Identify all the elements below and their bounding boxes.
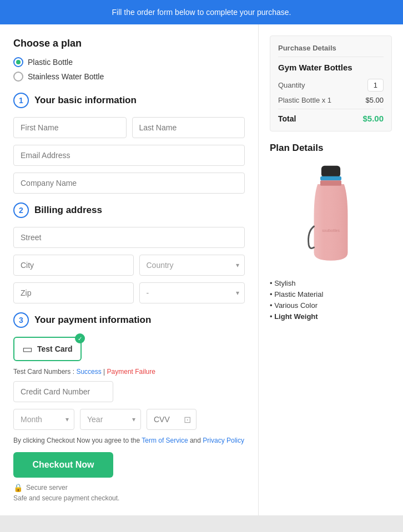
svg-rect-1 — [320, 176, 341, 181]
purchase-details-box: Purchase Details Gym Water Bottles Quant… — [270, 36, 392, 131]
success-link[interactable]: Success — [76, 368, 101, 376]
year-wrapper: Year 2024202520262027 — [80, 409, 141, 430]
check-badge: ✓ — [75, 333, 85, 343]
radio-stainless — [13, 72, 23, 82]
company-input[interactable] — [13, 173, 245, 194]
zip-input[interactable] — [13, 282, 134, 303]
bottle-illustration: soulbottles — [270, 160, 392, 271]
svg-rect-0 — [321, 166, 340, 178]
step1-title: Your basic information — [34, 95, 137, 106]
features-list: Stylish Plastic Material Various Color L… — [270, 279, 392, 321]
plan-option-plastic[interactable]: Plastic Bottle — [13, 57, 245, 67]
plan-option-stainless[interactable]: Stainless Water Bottle — [13, 72, 245, 82]
email-input[interactable] — [13, 145, 245, 166]
step3-header: 3 Your payment information — [13, 312, 245, 328]
svg-text:soulbottles: soulbottles — [322, 229, 340, 232]
state-wrapper: - — [139, 282, 245, 303]
checkout-button[interactable]: Checkout Now — [13, 452, 113, 478]
company-row — [13, 173, 245, 194]
test-card-option[interactable]: ▭ Test Card ✓ — [13, 337, 82, 361]
email-row — [13, 145, 245, 166]
item-label: Plastic Bottle x 1 — [278, 96, 331, 104]
cc-number-input[interactable] — [13, 381, 113, 402]
plan-options: Plastic Bottle Stainless Water Bottle — [13, 57, 245, 82]
last-name-input[interactable] — [132, 117, 245, 138]
step3-title: Your payment information — [34, 315, 151, 326]
terms-link[interactable]: Term of Service — [142, 437, 188, 444]
month-select[interactable]: Month 01020304 05060708 09101112 — [13, 409, 74, 430]
cvv-card-icon: ⊡ — [184, 414, 191, 425]
total-label: Total — [278, 114, 296, 123]
country-select[interactable]: Country — [139, 255, 245, 276]
banner-text: Fill the order form below to complete yo… — [112, 8, 291, 17]
credit-card-icon: ▭ — [22, 342, 33, 356]
step1-header: 1 Your basic information — [13, 93, 245, 108]
city-input[interactable] — [13, 255, 134, 276]
purchase-details-title: Purchase Details — [278, 44, 384, 57]
feature-material: Plastic Material — [270, 290, 392, 298]
item-price-row: Plastic Bottle x 1 $5.00 — [278, 96, 384, 104]
privacy-link[interactable]: Privacy Policy — [203, 437, 244, 444]
country-wrapper: Country — [139, 255, 245, 276]
plan-details-title: Plan Details — [270, 143, 392, 154]
quantity-value: 1 — [367, 79, 384, 92]
year-select[interactable]: Year 2024202520262027 — [80, 409, 141, 430]
total-row: Total $5.00 — [278, 109, 384, 123]
feature-weight: Light Weight — [270, 312, 392, 321]
plan-stainless-label: Stainless Water Bottle — [28, 72, 104, 81]
step2-header: 2 Billing address — [13, 202, 245, 218]
feature-color: Various Color — [270, 301, 392, 310]
radio-plastic — [13, 57, 23, 67]
secure-label: Secure server — [26, 484, 68, 492]
zip-state-row: - — [13, 282, 245, 303]
quantity-row: Quantity 1 — [278, 79, 384, 92]
street-input[interactable] — [13, 227, 245, 248]
plan-plastic-label: Plastic Bottle — [28, 58, 73, 67]
failure-link[interactable]: Payment Failure — [107, 368, 155, 376]
cc-row — [13, 381, 245, 402]
quantity-label: Quantity — [278, 81, 305, 89]
card-label: Test Card — [37, 344, 73, 353]
left-panel: Choose a plan Plastic Bottle Stainless W… — [0, 24, 259, 515]
step2-circle: 2 — [13, 202, 29, 218]
right-panel: Purchase Details Gym Water Bottles Quant… — [259, 24, 403, 515]
terms-text: By clicking Checkout Now you agree to th… — [13, 437, 245, 444]
product-name: Gym Water Bottles — [278, 63, 384, 72]
total-price: $5.00 — [362, 114, 384, 123]
name-row — [13, 117, 245, 138]
lock-icon: 🔒 — [13, 483, 23, 492]
top-banner: Fill the order form below to complete yo… — [0, 0, 403, 24]
step1-circle: 1 — [13, 93, 29, 108]
first-name-input[interactable] — [13, 117, 127, 138]
svg-rect-3 — [320, 180, 341, 186]
step3-circle: 3 — [13, 312, 29, 328]
bottle-svg: soulbottles — [303, 163, 359, 268]
item-price: $5.00 — [365, 96, 384, 104]
month-wrapper: Month 01020304 05060708 09101112 — [13, 409, 74, 430]
choose-plan-title: Choose a plan — [13, 38, 245, 49]
secure-row: 🔒 Secure server — [13, 483, 245, 492]
test-card-info: Test Card Numbers : Success | Payment Fa… — [13, 368, 245, 376]
cvv-wrapper: ⊡ — [147, 409, 197, 430]
state-select[interactable]: - — [139, 282, 245, 303]
safe-text: Safe and secure payment checkout. — [13, 494, 245, 502]
city-country-row: Country — [13, 255, 245, 276]
street-row — [13, 227, 245, 248]
step2-title: Billing address — [34, 205, 102, 216]
expiry-cvv-row: Month 01020304 05060708 09101112 Year 20… — [13, 409, 245, 430]
feature-stylish: Stylish — [270, 279, 392, 287]
